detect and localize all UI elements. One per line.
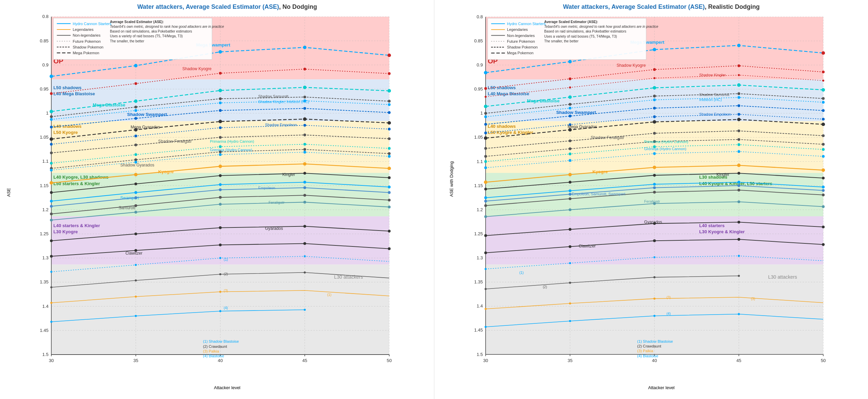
left-chart-area: ASE Attacker level (24, 13, 431, 376)
svg-point-124 (303, 194, 306, 197)
right-chart-panel: Water attackers, Average Scaled Estimato… (434, 0, 868, 399)
fn2-label: (2) Crawdaunt (203, 344, 228, 348)
svg-point-82 (134, 144, 137, 146)
right-title-mode: , Realistic Dodging (705, 3, 760, 10)
svg-point-59 (303, 96, 306, 98)
svg-point-304 (653, 239, 656, 242)
left-chart-panel: Water attackers, Average Scaled Estimato… (0, 0, 434, 399)
svg-point-127 (134, 211, 137, 214)
svg-point-75 (388, 121, 391, 124)
svg-point-79 (303, 124, 306, 127)
svg-point-132 (134, 233, 137, 235)
svg-point-216 (822, 80, 824, 82)
svg-text:50: 50 (821, 358, 826, 363)
svg-point-307 (485, 268, 487, 270)
svg-point-128 (219, 203, 222, 205)
r-shadow-samurott-label: Shadow Samurott (699, 93, 730, 97)
ase-desc-3: Uses a variety of raid bosses (T5, T4/Me… (110, 34, 183, 38)
svg-point-258 (569, 153, 571, 155)
svg-point-208 (569, 78, 571, 80)
svg-point-112 (134, 191, 137, 194)
svg-text:1: 1 (46, 111, 48, 116)
svg-text:0.95: 0.95 (40, 86, 48, 92)
svg-point-210 (737, 64, 740, 67)
svg-point-107 (134, 182, 137, 185)
svg-point-113 (219, 183, 222, 186)
svg-point-94 (303, 148, 306, 151)
svg-point-69 (303, 107, 306, 110)
r-gyarados-label: Gyarados (644, 220, 662, 224)
svg-point-100 (388, 155, 391, 158)
svg-point-65 (388, 103, 391, 106)
svg-point-274 (653, 174, 656, 177)
svg-text:1.5: 1.5 (42, 352, 48, 357)
r-ase-desc-4: The smaller, the better (544, 39, 579, 43)
svg-point-85 (388, 137, 391, 140)
svg-point-310 (738, 255, 740, 257)
svg-text:1.4: 1.4 (477, 303, 483, 308)
mega-swampert-dot-40 (219, 50, 222, 54)
r-l40-mega-label: L40 Mega Blastoise (488, 91, 529, 96)
palkia-num-label: (3) (224, 289, 228, 293)
svg-point-263 (569, 159, 571, 162)
svg-point-53 (219, 89, 222, 92)
svg-point-151 (219, 291, 221, 293)
svg-point-104 (303, 162, 307, 165)
r-l40-starters-label: L40 starters (699, 223, 725, 228)
svg-point-242 (484, 136, 487, 140)
svg-point-92 (134, 158, 137, 161)
blastoise-num-label: (4) (224, 306, 228, 310)
svg-point-119 (303, 186, 306, 189)
right-chart-svg: 0.8 0.85 0.9 0.95 1 1.05 1.1 1.15 1.2 1.… (458, 13, 865, 376)
svg-point-261 (822, 148, 825, 151)
svg-point-209 (653, 68, 656, 71)
svg-point-154 (219, 310, 221, 312)
fn1-label: (1) Shadow Blastoise (203, 339, 239, 343)
svg-point-83 (219, 136, 222, 139)
mega-swampert-dot-45 (303, 46, 307, 49)
svg-point-114 (303, 181, 306, 183)
svg-point-247 (484, 147, 487, 150)
svg-text:35: 35 (568, 358, 573, 363)
svg-text:0.9: 0.9 (42, 62, 48, 67)
svg-point-78 (219, 126, 222, 129)
svg-point-293 (569, 208, 571, 211)
shadow-gyarados-label: Shadow Gyarados (120, 163, 154, 167)
l40-starters-label: L40 starters & Kingler (53, 223, 100, 228)
svg-point-262 (484, 166, 487, 169)
svg-point-105 (388, 167, 391, 170)
svg-point-317 (653, 298, 655, 300)
svg-point-267 (484, 180, 487, 184)
svg-point-268 (568, 173, 572, 176)
svg-point-234 (653, 107, 656, 109)
svg-point-271 (822, 168, 825, 172)
svg-text:0.85: 0.85 (40, 38, 48, 43)
svg-point-311 (485, 288, 487, 290)
mega-swampert-dot-50 (388, 54, 391, 57)
ase-desc-2: Based on raid simulations, aka Pokebattl… (110, 29, 192, 33)
svg-point-260 (737, 143, 740, 146)
svg-point-296 (822, 205, 825, 208)
svg-point-309 (653, 256, 655, 258)
svg-point-204 (653, 48, 656, 51)
svg-point-110 (388, 176, 391, 179)
svg-point-134 (303, 225, 306, 228)
svg-text:1.2: 1.2 (477, 207, 483, 212)
svg-point-207 (484, 87, 487, 90)
svg-point-144 (304, 255, 306, 257)
svg-point-121 (50, 213, 53, 215)
svg-point-141 (50, 271, 52, 273)
svg-point-301 (822, 225, 825, 228)
svg-point-61 (50, 118, 53, 121)
greninja-hc-label: Greninja (Hydro Cannon) (210, 148, 252, 152)
ase-desc-title: Average Scaled Estimator (ASE): (110, 20, 164, 24)
svg-text:1: 1 (480, 111, 483, 116)
svg-point-282 (484, 204, 487, 207)
svg-point-255 (737, 138, 740, 141)
r-ase-desc-title: Average Scaled Estimator (ASE): (544, 20, 598, 24)
r-ase-desc-3: Uses a variety of raid bosses (T5, T4/Me… (544, 35, 617, 38)
svg-point-276 (822, 177, 825, 179)
svg-point-250 (737, 129, 740, 132)
mega-blastoise-label: Mega Blastoise (93, 102, 125, 107)
svg-point-219 (653, 86, 656, 89)
